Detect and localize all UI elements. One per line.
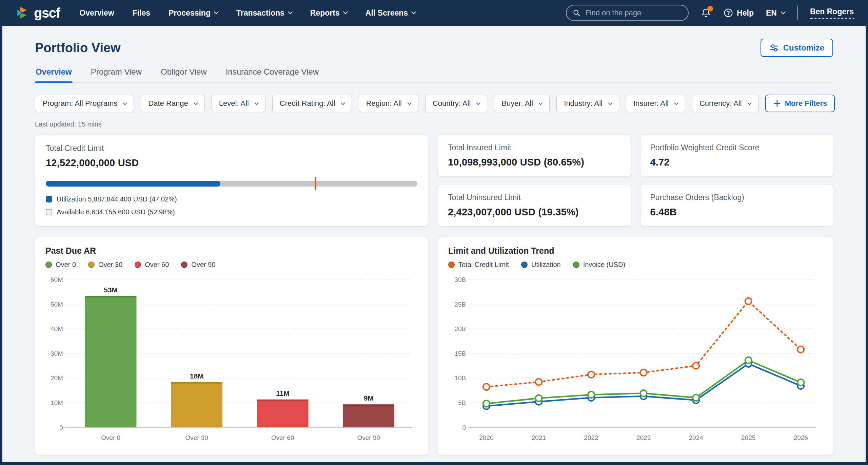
page-content: Portfolio View Customize OverviewProgram… <box>2 26 866 462</box>
legend-invoice-usd[interactable]: Invoice (USD) <box>573 261 625 269</box>
customize-label: Customize <box>783 43 824 53</box>
notifications-button[interactable] <box>701 7 711 18</box>
nav-item-label: Processing <box>169 8 211 18</box>
svg-text:60M: 60M <box>51 276 63 283</box>
view-tabs: OverviewProgram ViewObligor ViewInsuranc… <box>35 67 833 83</box>
chevron-down-icon <box>194 101 198 105</box>
legend-available: Available 6,634,155,600 USD (52.98%) <box>46 208 417 216</box>
legend-total-credit-limit[interactable]: Total Credit Limit <box>448 261 509 269</box>
legend-label: Over 30 <box>98 261 122 269</box>
kpi-label: Total Insured Limit <box>448 143 621 152</box>
legend-over-0[interactable]: Over 0 <box>45 261 76 269</box>
nav-item-processing[interactable]: Processing <box>169 8 218 18</box>
chevron-down-icon <box>747 101 752 105</box>
svg-text:2026: 2026 <box>794 434 808 441</box>
filter-bar: Program: All ProgramsDate RangeLevel: Al… <box>35 95 833 112</box>
svg-text:50M: 50M <box>51 301 63 308</box>
nav-item-overview[interactable]: Overview <box>79 8 114 18</box>
chevron-down-icon <box>608 101 612 105</box>
nav-item-all-screens[interactable]: All Screens <box>366 8 415 18</box>
legend-over-60[interactable]: Over 60 <box>135 261 169 269</box>
page-search[interactable] <box>566 5 689 21</box>
filter-credit-rating-all[interactable]: Credit Rating: All <box>272 95 352 112</box>
chevron-down-icon <box>288 9 293 14</box>
last-updated: Last updated: 15 mins <box>35 120 833 128</box>
language-selector[interactable]: EN <box>766 8 785 18</box>
nav-item-label: Overview <box>79 8 114 18</box>
chevron-down-icon <box>476 101 480 105</box>
filter-date-range[interactable]: Date Range <box>141 95 204 112</box>
tab-program-view[interactable]: Program View <box>90 67 142 82</box>
svg-text:20B: 20B <box>454 325 466 332</box>
help-button[interactable]: ? Help <box>723 8 754 18</box>
legend-swatch <box>46 209 52 215</box>
nav-item-label: Transactions <box>236 8 284 18</box>
credit-limit-progress-bar <box>46 181 417 187</box>
tab-insurance-coverage-view[interactable]: Insurance Coverage View <box>225 67 319 82</box>
logo[interactable]: gscf <box>16 5 60 21</box>
charts-row: Past Due AR Over 0Over 30Over 60Over 90 … <box>35 237 833 454</box>
tab-obligor-view[interactable]: Obligor View <box>160 67 208 82</box>
nav-item-label: All Screens <box>366 8 408 18</box>
filter-label: Date Range <box>148 99 188 108</box>
kpi-value: 12,522,000,000 USD <box>46 157 417 169</box>
search-input[interactable] <box>585 8 682 17</box>
legend-label: Available 6,634,155,600 USD (52.98%) <box>57 208 175 216</box>
chevron-down-icon <box>214 9 219 14</box>
primary-nav: OverviewFilesProcessingTransactionsRepor… <box>79 8 415 18</box>
nav-item-label: Files <box>133 8 150 18</box>
tab-overview[interactable]: Overview <box>35 67 73 82</box>
filter-program-all-programs[interactable]: Program: All Programs <box>35 95 134 112</box>
filter-currency-all[interactable]: Currency: All <box>692 95 758 112</box>
chevron-down-icon <box>343 9 348 14</box>
chart-title: Past Due AR <box>45 246 418 256</box>
past-due-ar-chart: 010M20M30M40M50M60M53MOver 018MOver 3011… <box>45 271 418 446</box>
more-filters-button[interactable]: More Filters <box>765 95 835 112</box>
svg-text:0: 0 <box>59 424 63 431</box>
kpi-label: Total Uninsured Limit <box>448 193 621 202</box>
filter-insurer-all[interactable]: Insurer: All <box>626 95 685 112</box>
legend-over-90[interactable]: Over 90 <box>181 261 215 269</box>
chevron-down-icon <box>123 101 127 105</box>
filter-label: Currency: All <box>699 99 742 108</box>
svg-text:2021: 2021 <box>532 434 546 441</box>
threshold-marker <box>315 177 316 190</box>
svg-text:2023: 2023 <box>636 434 651 441</box>
language-label: EN <box>766 8 777 18</box>
legend-dot <box>45 261 52 268</box>
user-menu[interactable]: Ben Rogers <box>810 7 854 19</box>
kpi-value: 6.48B <box>650 207 823 218</box>
svg-text:9M: 9M <box>364 394 374 402</box>
svg-text:Over 30: Over 30 <box>185 434 208 441</box>
purchase-orders-card: Purchase Orders (Backlog) 6.48B <box>640 184 833 227</box>
filter-level-all[interactable]: Level: All <box>212 95 265 112</box>
legend-utilization[interactable]: Utilization <box>521 261 561 269</box>
svg-text:30M: 30M <box>51 350 63 357</box>
logo-text: gscf <box>34 5 60 21</box>
svg-text:11M: 11M <box>276 389 290 397</box>
kpi-value: 10,098,993,000 USD (80.65%) <box>448 157 621 168</box>
svg-text:20M: 20M <box>51 374 63 382</box>
plus-icon <box>773 99 781 108</box>
nav-item-files[interactable]: Files <box>133 8 150 18</box>
filter-label: Buyer: All <box>501 99 533 108</box>
filter-industry-all[interactable]: Industry: All <box>556 95 619 112</box>
utilization-fill <box>46 181 220 187</box>
filter-region-all[interactable]: Region: All <box>359 95 418 112</box>
total-insured-limit-card: Total Insured Limit 10,098,993,000 USD (… <box>438 134 631 177</box>
kpi-row: Total Credit Limit 12,522,000,000 USD Ut… <box>35 134 833 227</box>
legend-label: Utilization 5,887,844,400 USD (47.02%) <box>57 195 177 203</box>
svg-text:18M: 18M <box>190 372 204 380</box>
svg-text:?: ? <box>727 10 730 16</box>
filter-country-all[interactable]: Country: All <box>425 95 488 112</box>
filter-buyer-all[interactable]: Buyer: All <box>494 95 550 112</box>
legend-label: Utilization <box>531 261 561 269</box>
svg-text:25B: 25B <box>454 301 466 308</box>
filter-label: Region: All <box>366 99 402 108</box>
filter-label: Industry: All <box>564 99 603 108</box>
customize-button[interactable]: Customize <box>761 39 833 57</box>
nav-item-transactions[interactable]: Transactions <box>236 8 292 18</box>
nav-item-reports[interactable]: Reports <box>310 8 347 18</box>
chevron-down-icon <box>411 9 416 14</box>
legend-over-30[interactable]: Over 30 <box>88 261 122 269</box>
